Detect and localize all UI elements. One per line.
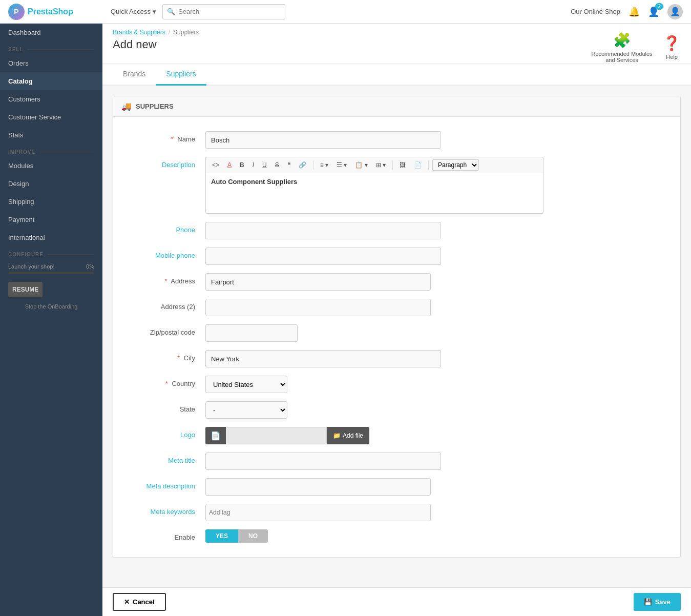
editor-file-btn[interactable]: 📄	[411, 160, 425, 170]
tab-suppliers[interactable]: Suppliers	[156, 64, 206, 86]
top-nav: P PrestaShop Quick Access ▾ 🔍 Our Online…	[0, 0, 691, 24]
search-input[interactable]	[178, 8, 281, 15]
mobile-input[interactable]	[205, 248, 441, 265]
breadcrumb-parent[interactable]: Brands & Suppliers	[113, 29, 165, 36]
address-input[interactable]	[205, 273, 431, 291]
field-name-row: * Name	[113, 127, 680, 153]
field-address-control	[205, 273, 431, 291]
sidebar-item-catalog[interactable]: Catalog	[0, 72, 102, 90]
sidebar-item-design[interactable]: Design	[0, 175, 102, 193]
chevron-down-icon: ▾	[153, 8, 156, 15]
city-input[interactable]	[205, 350, 441, 367]
meta-desc-input[interactable]	[205, 478, 431, 496]
meta-kw-tag-input[interactable]	[209, 509, 250, 516]
sidebar-item-shipping[interactable]: Shipping	[0, 193, 102, 211]
field-country-control: United States Canada United Kingdom	[205, 376, 441, 393]
sidebar-item-international[interactable]: International	[0, 229, 102, 247]
avatar[interactable]: 👤	[667, 4, 683, 19]
field-logo-control: 📄 📁 Add file	[205, 427, 369, 444]
search-icon: 🔍	[167, 8, 175, 15]
editor-italic-btn[interactable]: I	[249, 160, 257, 170]
sidebar-section-sell: SELL	[0, 42, 102, 54]
editor-link-btn[interactable]: 🔗	[296, 160, 309, 170]
save-button[interactable]: 💾 Save	[634, 593, 681, 611]
quick-access-button[interactable]: Quick Access ▾	[111, 8, 156, 15]
editor-sep2	[392, 160, 393, 170]
logo-icon: P	[8, 4, 25, 20]
help-action[interactable]: ❓ Help	[663, 35, 681, 60]
launch-label: Launch your shop!	[8, 263, 55, 270]
meta-title-input[interactable]	[205, 453, 441, 470]
sidebar-item-dashboard[interactable]: Dashboard	[0, 24, 102, 42]
meta-keywords-input[interactable]	[205, 504, 431, 521]
page-header: Brands & Suppliers / Suppliers Add new 🧩…	[102, 24, 691, 64]
save-icon: 💾	[644, 598, 652, 606]
editor-color-btn[interactable]: A	[224, 160, 235, 170]
logo-upload-group: 📄 📁 Add file	[205, 427, 369, 444]
cancel-label: Cancel	[133, 598, 155, 606]
state-select[interactable]: - New York California	[205, 401, 287, 419]
editor-image-btn[interactable]: 🖼	[396, 160, 409, 170]
editor-strike-btn[interactable]: S	[272, 160, 282, 170]
shop-name: Our Online Shop	[571, 8, 620, 15]
field-enable-label: Enable	[123, 529, 205, 541]
logo-text: PrestaShop	[28, 7, 73, 16]
field-city-label: * City	[123, 350, 205, 362]
editor-ol-btn[interactable]: 📋 ▾	[352, 160, 370, 170]
truck-icon: 🚚	[121, 101, 132, 111]
enable-yes-button[interactable]: YES	[205, 529, 238, 543]
stop-onboarding-link[interactable]: Stop the OnBoarding	[0, 301, 102, 312]
editor-quote-btn[interactable]: ❝	[284, 160, 294, 170]
cancel-button[interactable]: ✕ Cancel	[113, 593, 166, 611]
form-area: 🚚 SUPPLIERS * Name Descri	[102, 86, 691, 609]
field-meta-desc-label: Meta description	[123, 478, 205, 490]
field-enable-row: Enable YES NO	[113, 525, 680, 547]
field-mobile-row: Mobile phone	[113, 243, 680, 269]
editor-align-btn[interactable]: ≡ ▾	[317, 160, 331, 170]
top-nav-right: Our Online Shop 🔔 👤 2 👤	[571, 4, 683, 19]
field-phone-label: Phone	[123, 222, 205, 234]
editor-ul-btn[interactable]: ☰ ▾	[333, 160, 350, 170]
zip-input[interactable]	[205, 324, 298, 342]
tab-brands[interactable]: Brands	[113, 64, 156, 86]
help-icon: ❓	[663, 35, 681, 52]
sidebar-section-configure: CONFIGURE	[0, 247, 102, 259]
sidebar-item-stats[interactable]: Stats	[0, 126, 102, 144]
editor-table-btn[interactable]: ⊞ ▾	[373, 160, 389, 170]
editor-code-btn[interactable]: <>	[209, 160, 222, 170]
paragraph-select[interactable]: Paragraph	[432, 159, 479, 171]
employee-button[interactable]: 👤 2	[648, 6, 659, 17]
field-logo-label: Logo	[123, 427, 205, 439]
add-file-button[interactable]: 📁 Add file	[327, 427, 369, 444]
field-country-row: * Country United States Canada United Ki…	[113, 372, 680, 397]
field-meta-title-control	[205, 453, 441, 470]
tabs: Brands Suppliers	[102, 64, 691, 86]
field-mobile-control	[205, 248, 441, 265]
country-select[interactable]: United States Canada United Kingdom	[205, 376, 287, 393]
name-input[interactable]	[205, 131, 441, 149]
sidebar-item-payment[interactable]: Payment	[0, 211, 102, 229]
sidebar: Dashboard SELL Orders Catalog Customers …	[0, 24, 102, 616]
address2-input[interactable]	[205, 299, 431, 316]
phone-input[interactable]	[205, 222, 441, 239]
breadcrumb: Brands & Suppliers / Suppliers	[113, 29, 199, 36]
rec-modules-label: Recommended Modules and Services	[591, 51, 653, 63]
catalog-label: Catalog	[8, 77, 33, 85]
field-name-label: * Name	[123, 131, 205, 143]
page-title: Add new	[113, 38, 199, 51]
notification-button[interactable]: 🔔	[629, 6, 640, 17]
sidebar-item-orders[interactable]: Orders	[0, 54, 102, 72]
description-editor[interactable]: Auto Component Suppliers	[205, 173, 543, 214]
add-file-label: Add file	[343, 432, 363, 439]
editor-underline-btn[interactable]: U	[259, 160, 270, 170]
field-address2-control	[205, 299, 431, 316]
sidebar-item-customer-service[interactable]: Customer Service	[0, 108, 102, 126]
recommended-modules-action[interactable]: 🧩 Recommended Modules and Services	[591, 32, 653, 63]
sidebar-item-customers[interactable]: Customers	[0, 90, 102, 108]
logo-file-icon-button[interactable]: 📄	[205, 427, 226, 444]
resume-button[interactable]: RESUME	[8, 282, 43, 297]
logo-filename-display	[226, 427, 327, 444]
sidebar-item-modules[interactable]: Modules	[0, 157, 102, 175]
enable-no-button[interactable]: NO	[238, 529, 268, 543]
editor-bold-btn[interactable]: B	[237, 160, 247, 170]
